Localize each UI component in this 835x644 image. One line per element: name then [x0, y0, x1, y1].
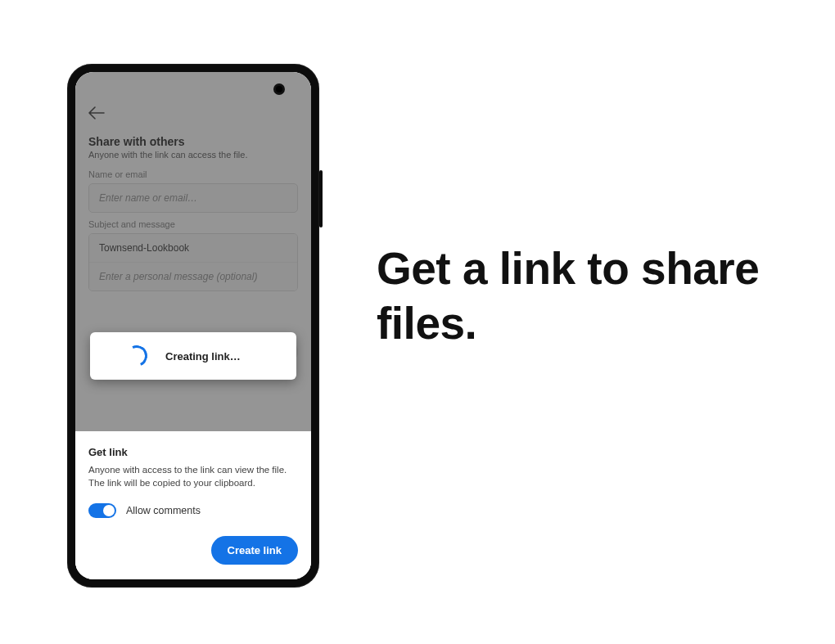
creating-link-toast: Creating link…: [90, 332, 296, 380]
allow-comments-label: Allow comments: [126, 505, 201, 516]
sheet-description: Anyone with access to the link can view …: [88, 463, 298, 490]
get-link-sheet: Get link Anyone with access to the link …: [75, 431, 311, 579]
marketing-headline: Get a link to share files.: [377, 241, 802, 351]
phone-screen: Share with others Anyone with the link c…: [75, 72, 311, 579]
spinner-icon: [123, 342, 150, 369]
toggle-knob: [103, 505, 115, 516]
toast-text: Creating link…: [165, 350, 241, 363]
create-link-button[interactable]: Create link: [211, 536, 298, 565]
allow-comments-row: Allow comments: [88, 503, 298, 518]
allow-comments-toggle[interactable]: [88, 503, 116, 518]
canvas: Get a link to share files. Share with ot…: [0, 0, 835, 644]
front-camera: [273, 83, 285, 95]
phone-frame: Share with others Anyone with the link c…: [67, 64, 319, 588]
sheet-title: Get link: [88, 446, 298, 458]
